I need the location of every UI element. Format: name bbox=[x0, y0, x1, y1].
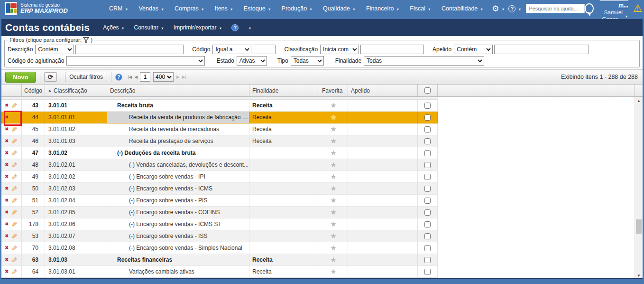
delete-icon[interactable]: ✖ bbox=[5, 151, 9, 155]
menu-item-compras[interactable]: Compras▼ bbox=[175, 5, 204, 12]
edit-icon[interactable]: ✎ bbox=[11, 173, 18, 180]
filter-value-input-1[interactable] bbox=[253, 45, 276, 54]
menu-item-itens[interactable]: Itens▼ bbox=[215, 5, 233, 12]
delete-icon[interactable]: ✖ bbox=[5, 269, 9, 274]
delete-icon[interactable]: ✖ bbox=[5, 103, 9, 108]
table-row[interactable]: ✖✎463.01.01.03Receita da prestação de se… bbox=[1, 135, 438, 147]
delete-icon[interactable]: ✖ bbox=[5, 115, 9, 120]
edit-icon[interactable]: ✎ bbox=[11, 233, 18, 240]
favorite-star-icon[interactable]: ★ bbox=[330, 149, 336, 157]
row-checkbox[interactable] bbox=[424, 150, 431, 156]
edit-icon[interactable]: ✎ bbox=[11, 209, 18, 216]
column-header-descricao[interactable]: Descrição bbox=[107, 85, 249, 96]
filter-operator-select-0[interactable]: Contém bbox=[35, 45, 74, 54]
favorite-star-icon[interactable]: ★ bbox=[330, 161, 336, 169]
vertical-scrollbar[interactable]: ▲ ▼ bbox=[635, 97, 643, 279]
table-row[interactable]: ✖✎513.01.02.04(-) Encargo sobre vendas -… bbox=[1, 195, 438, 207]
first-page-icon[interactable]: |◀ bbox=[128, 75, 131, 79]
favorite-star-icon[interactable]: ★ bbox=[330, 244, 336, 252]
table-row[interactable]: ✖✎703.01.02.08(-) Encargo sobre vendas -… bbox=[1, 242, 438, 254]
delete-icon[interactable]: ✖ bbox=[5, 186, 9, 191]
filter-operator-select-2[interactable]: Inicia com bbox=[320, 45, 359, 54]
favorite-star-icon[interactable]: ★ bbox=[330, 208, 336, 216]
refresh-button[interactable]: ⟳ bbox=[44, 72, 57, 82]
edit-icon[interactable]: ✎ bbox=[11, 268, 18, 275]
filter-operator-select-3[interactable]: Contém bbox=[454, 45, 493, 54]
page-number-input[interactable] bbox=[140, 72, 150, 82]
favorite-star-icon[interactable]: ★ bbox=[330, 113, 336, 121]
row-checkbox[interactable] bbox=[424, 198, 431, 204]
filter-value-input-3[interactable] bbox=[494, 45, 589, 54]
menu-item-contabilidade[interactable]: Contabilidade▼ bbox=[442, 5, 483, 12]
prev-page-icon[interactable]: ◀ bbox=[134, 75, 137, 79]
edit-icon[interactable]: ✎ bbox=[11, 150, 18, 157]
row-checkbox[interactable] bbox=[424, 174, 431, 180]
row-checkbox[interactable] bbox=[424, 257, 431, 263]
row-checkbox[interactable] bbox=[424, 269, 431, 275]
delete-icon[interactable]: ✖ bbox=[5, 222, 9, 227]
row-checkbox[interactable] bbox=[424, 162, 431, 168]
edit-icon[interactable]: ✎ bbox=[11, 114, 18, 121]
favorite-star-icon[interactable]: ★ bbox=[330, 256, 336, 264]
row-checkbox[interactable] bbox=[424, 138, 431, 144]
new-button[interactable]: Novo bbox=[5, 72, 36, 83]
table-row[interactable]: ✖✎643.01.03.01Variações cambiais ativasR… bbox=[1, 266, 438, 278]
row-checkbox[interactable] bbox=[424, 209, 431, 216]
page-menu-consultar[interactable]: Consultar▼ bbox=[134, 24, 164, 31]
row-checkbox[interactable] bbox=[424, 103, 431, 109]
menu-item-crm[interactable]: CRM▼ bbox=[109, 5, 128, 12]
warning-icon[interactable]: ⚠ bbox=[633, 3, 643, 14]
edit-icon[interactable]: ✎ bbox=[11, 221, 18, 228]
scroll-up-icon[interactable]: ▲ bbox=[635, 97, 643, 104]
hide-filters-button[interactable]: Ocultar filtros bbox=[65, 72, 107, 82]
favorite-star-icon[interactable]: ★ bbox=[330, 220, 336, 228]
table-row[interactable]: ✖✎433.01.01Receita brutaReceita★ bbox=[1, 100, 438, 112]
favorite-star-icon[interactable]: ★ bbox=[330, 267, 336, 275]
edit-icon[interactable]: ✎ bbox=[11, 161, 18, 169]
help-icon[interactable]: ? bbox=[115, 74, 122, 81]
filter-operator-select-1[interactable]: Igual a bbox=[212, 45, 251, 54]
menu-item-fiscal[interactable]: Fiscal▼ bbox=[410, 5, 431, 12]
edit-icon[interactable]: ✎ bbox=[11, 126, 18, 133]
company-link[interactable]: Fábrica de m... bbox=[598, 0, 628, 9]
page-menu-a-es[interactable]: Ações▼ bbox=[103, 24, 124, 31]
menu-item-financeiro[interactable]: Financeiro▼ bbox=[366, 5, 399, 12]
table-row[interactable]: ✖✎503.01.02.03(-) Encargo sobre vendas -… bbox=[1, 183, 438, 195]
column-header-finalidade[interactable]: Finalidade bbox=[249, 85, 319, 96]
table-row[interactable]: ✖✎523.01.02.05(-) Encargo sobre vendas -… bbox=[1, 207, 438, 218]
table-row[interactable]: ✖✎493.01.02.02(-) Encargo sobre vendas -… bbox=[1, 171, 438, 183]
edit-icon[interactable]: ✎ bbox=[11, 245, 18, 252]
table-row[interactable]: ✖✎633.01.03Receitas financeirasReceita★ bbox=[1, 254, 438, 266]
table-row[interactable]: ✖✎1783.01.02.06(-) Encargo sobre vendas … bbox=[1, 218, 438, 230]
table-row[interactable]: ✖✎533.01.02.07(-) Encargo sobre vendas -… bbox=[1, 230, 438, 242]
scroll-down-icon[interactable]: ▼ bbox=[635, 272, 643, 279]
menu-item-qualidade[interactable]: Qualidade▼ bbox=[323, 5, 356, 12]
column-header-classificacao[interactable]: ▲ Classificação bbox=[45, 85, 107, 96]
app-logo[interactable]: Sistema de gestão ERP MAXIPROD bbox=[0, 2, 109, 15]
filter-value-input-2[interactable] bbox=[360, 45, 424, 54]
favorite-star-icon[interactable]: ★ bbox=[330, 125, 336, 133]
row-checkbox[interactable] bbox=[424, 233, 431, 239]
filter-select-0[interactable] bbox=[66, 56, 205, 66]
row-checkbox[interactable] bbox=[424, 245, 431, 251]
filters-legend[interactable]: Filtros (clique para configurar: ) bbox=[8, 37, 94, 43]
edit-icon[interactable]: ✎ bbox=[11, 197, 18, 204]
edit-icon[interactable]: ✎ bbox=[11, 138, 18, 145]
table-row[interactable]: ✖✎453.01.01.02Receita da revenda de merc… bbox=[1, 123, 438, 135]
favorite-star-icon[interactable]: ★ bbox=[330, 184, 336, 192]
chat-bubble-icon[interactable] bbox=[585, 3, 593, 14]
table-row[interactable]: ✖✎443.01.01.01Receita da venda de produt… bbox=[1, 112, 438, 123]
column-header-codigo[interactable]: Código bbox=[22, 85, 45, 96]
select-all-checkbox[interactable] bbox=[424, 87, 431, 94]
column-header-apelido[interactable]: Apelido bbox=[348, 85, 418, 96]
filter-select-2[interactable]: Todas bbox=[291, 56, 324, 66]
chevron-down-icon[interactable]: ▼ bbox=[248, 27, 251, 30]
delete-icon[interactable]: ✖ bbox=[5, 210, 9, 215]
favorite-star-icon[interactable]: ★ bbox=[330, 137, 336, 145]
delete-icon[interactable]: ✖ bbox=[5, 198, 9, 203]
delete-icon[interactable]: ✖ bbox=[5, 246, 9, 250]
delete-icon[interactable]: ✖ bbox=[5, 127, 9, 132]
favorite-star-icon[interactable]: ★ bbox=[330, 101, 336, 109]
table-row[interactable]: ✖✎483.01.02.01(-) Vendas canceladas, dev… bbox=[1, 159, 438, 171]
row-checkbox[interactable] bbox=[424, 114, 431, 121]
